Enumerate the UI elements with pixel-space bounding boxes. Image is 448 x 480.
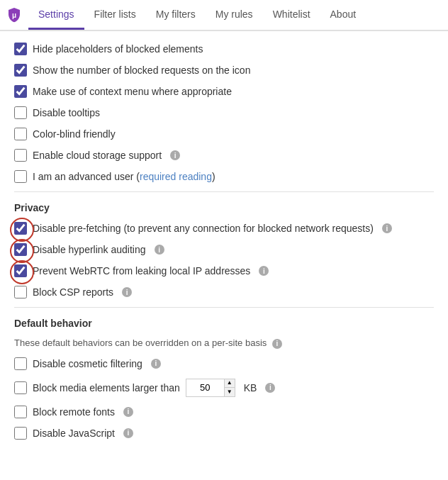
checkbox-context-menu-label[interactable]: Make use of context menu where appropria… [33, 86, 232, 97]
checkbox-disable-prefetching-input[interactable] [14, 222, 27, 235]
checkbox-disable-cosmetic-label[interactable]: Disable cosmetic filtering [33, 358, 142, 369]
checkbox-hide-placeholders-input[interactable] [14, 43, 27, 55]
spinner-down-button[interactable]: ▼ [225, 388, 235, 396]
checkbox-show-blocked-count-label[interactable]: Show the number of blocked requests on t… [33, 65, 250, 76]
checkbox-block-media-label[interactable]: Block media elements larger than [33, 382, 180, 394]
checkbox-block-csp: Block CSP reports i [14, 286, 434, 298]
checkbox-advanced-user-input[interactable] [14, 170, 27, 183]
default-behavior-section-header: Default behavior [14, 318, 434, 329]
divider-default-behavior [14, 307, 434, 308]
block-media-spinner: ▲ ▼ [186, 379, 235, 397]
checkbox-block-csp-input[interactable] [14, 286, 27, 298]
block-media-info-icon[interactable]: i [265, 383, 275, 393]
disable-js-info-icon[interactable]: i [123, 428, 133, 438]
tab-settings[interactable]: Settings [28, 0, 84, 30]
checkbox-advanced-user: I am an advanced user (required reading) [14, 170, 434, 183]
checkbox-block-csp-label[interactable]: Block CSP reports [33, 286, 113, 298]
checkbox-block-media-input[interactable] [14, 381, 27, 394]
logo-icon: μ [6, 6, 23, 23]
checkbox-cloud-storage-label[interactable]: Enable cloud storage support [33, 150, 162, 161]
checkbox-disable-hyperlink: Disable hyperlink auditing i [14, 243, 434, 256]
checkbox-prevent-webrtc: Prevent WebRTC from leaking local IP add… [14, 264, 434, 277]
checkbox-disable-js-input[interactable] [14, 427, 27, 440]
checkbox-disable-hyperlink-input[interactable] [14, 243, 27, 256]
checkbox-disable-prefetching: Disable pre-fetching (to prevent any con… [14, 222, 434, 235]
cloud-storage-info-icon[interactable]: i [170, 150, 180, 160]
checkbox-prevent-webrtc-label[interactable]: Prevent WebRTC from leaking local IP add… [33, 265, 250, 277]
disable-hyperlink-info-icon[interactable]: i [155, 245, 164, 255]
checkbox-block-remote-fonts: Block remote fonts i [14, 406, 434, 418]
svg-text:μ: μ [12, 11, 16, 19]
tab-my-filters[interactable]: My filters [146, 0, 206, 30]
checkbox-disable-js-label[interactable]: Disable JavaScript [33, 428, 115, 439]
checkbox-advanced-user-label: I am an advanced user (required reading) [33, 171, 215, 182]
required-reading-link[interactable]: required reading [140, 171, 212, 182]
checkbox-color-blind-input[interactable] [14, 128, 27, 140]
checkbox-disable-tooltips-input[interactable] [14, 106, 27, 119]
checkbox-disable-js: Disable JavaScript i [14, 427, 434, 440]
default-behavior-note: These default behaviors can be overridde… [14, 337, 434, 349]
disable-cosmetic-info-icon[interactable]: i [151, 359, 161, 369]
tab-filter-lists[interactable]: Filter lists [84, 0, 146, 30]
block-remote-fonts-info-icon[interactable]: i [123, 407, 133, 417]
checkbox-context-menu-input[interactable] [14, 85, 27, 98]
tab-whitelist[interactable]: Whitelist [263, 0, 320, 30]
block-media-unit-label: KB [244, 382, 257, 394]
checkbox-disable-tooltips-label[interactable]: Disable tooltips [33, 107, 100, 118]
settings-content: Hide placeholders of blocked elements Sh… [0, 31, 448, 459]
block-media-size-input[interactable] [186, 379, 225, 397]
checkbox-prevent-webrtc-input[interactable] [14, 264, 27, 277]
checkbox-block-remote-fonts-label[interactable]: Block remote fonts [33, 406, 115, 418]
checkbox-color-blind-label[interactable]: Color-blind friendly [33, 128, 116, 140]
checkbox-context-menu: Make use of context menu where appropria… [14, 85, 434, 98]
checkbox-disable-hyperlink-label[interactable]: Disable hyperlink auditing [33, 244, 146, 255]
nav-bar: μ Settings Filter lists My filters My ru… [0, 0, 448, 31]
spinner-controls: ▲ ▼ [225, 379, 235, 397]
disable-prefetching-info-icon[interactable]: i [382, 223, 392, 233]
block-csp-info-icon[interactable]: i [122, 287, 132, 297]
tab-my-rules[interactable]: My rules [206, 0, 263, 30]
checkbox-block-media: Block media elements larger than ▲ ▼ KB … [14, 379, 434, 397]
checkbox-disable-cosmetic: Disable cosmetic filtering i [14, 357, 434, 370]
checkbox-show-blocked-count: Show the number of blocked requests on t… [14, 64, 434, 77]
checkbox-hide-placeholders-label[interactable]: Hide placeholders of blocked elements [33, 43, 203, 55]
default-behavior-info-icon[interactable]: i [272, 339, 282, 349]
checkbox-hide-placeholders: Hide placeholders of blocked elements [14, 43, 434, 55]
checkbox-block-remote-fonts-input[interactable] [14, 406, 27, 418]
checkbox-disable-tooltips: Disable tooltips [14, 106, 434, 119]
privacy-section-header: Privacy [14, 202, 434, 213]
checkbox-cloud-storage: Enable cloud storage support i [14, 149, 434, 162]
prevent-webrtc-info-icon[interactable]: i [259, 266, 269, 276]
checkbox-show-blocked-count-input[interactable] [14, 64, 27, 77]
checkbox-disable-cosmetic-input[interactable] [14, 357, 27, 370]
divider-privacy [14, 191, 434, 192]
checkbox-color-blind: Color-blind friendly [14, 128, 434, 140]
checkbox-cloud-storage-input[interactable] [14, 149, 27, 162]
checkbox-disable-prefetching-label[interactable]: Disable pre-fetching (to prevent any con… [33, 223, 374, 234]
spinner-up-button[interactable]: ▲ [225, 379, 235, 389]
tab-about[interactable]: About [320, 0, 366, 30]
nav-tabs: Settings Filter lists My filters My rule… [28, 0, 366, 30]
